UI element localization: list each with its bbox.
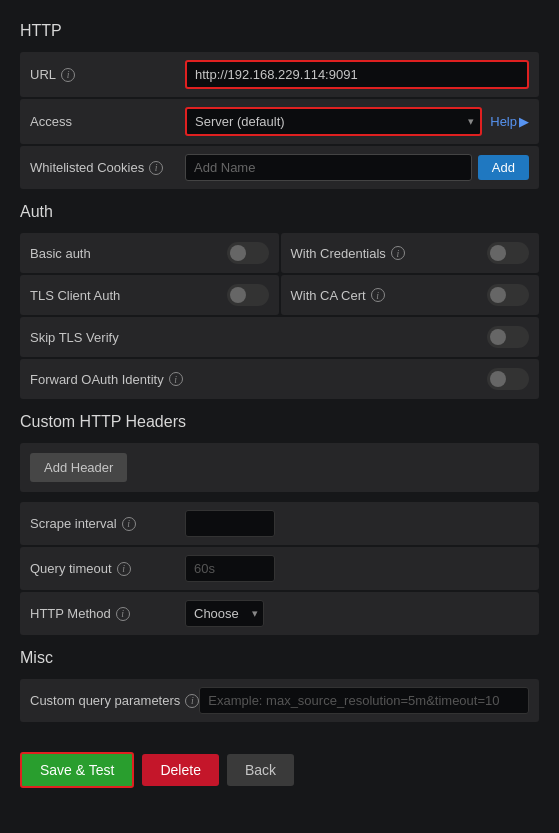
scrape-interval-label: Scrape interval i	[30, 516, 185, 531]
add-cookie-button[interactable]: Add	[478, 155, 529, 180]
tls-client-auth-label: TLS Client Auth	[30, 288, 219, 303]
custom-query-label: Custom query parameters i	[30, 693, 199, 708]
query-timeout-row: Query timeout i	[20, 547, 539, 590]
query-timeout-input[interactable]	[185, 555, 275, 582]
access-controls: Server (default) Browser Direct ▾ Help▶	[185, 107, 529, 136]
section-http: HTTP URL i Access Server (default) Brows…	[20, 22, 539, 189]
with-ca-cert-cell: With CA Cert i	[281, 275, 540, 315]
url-input[interactable]	[185, 60, 529, 89]
query-timeout-label: Query timeout i	[30, 561, 185, 576]
access-select[interactable]: Server (default) Browser Direct	[185, 107, 482, 136]
help-link[interactable]: Help▶	[490, 114, 529, 129]
skip-tls-label: Skip TLS Verify	[30, 330, 479, 345]
http-method-label: HTTP Method i	[30, 606, 185, 621]
whitelisted-cookies-input[interactable]	[185, 154, 472, 181]
http-method-info-icon[interactable]: i	[116, 607, 130, 621]
custom-query-info-icon[interactable]: i	[185, 694, 199, 708]
access-label: Access	[30, 114, 185, 129]
url-row: URL i	[20, 52, 539, 97]
auth-section-title: Auth	[20, 203, 539, 221]
with-ca-cert-label: With CA Cert i	[291, 288, 480, 303]
forward-oauth-info-icon[interactable]: i	[169, 372, 183, 386]
section-misc: Misc Custom query parameters i	[20, 649, 539, 722]
tls-client-auth-cell: TLS Client Auth	[20, 275, 279, 315]
http-method-select-wrapper: Choose GET POST ▾	[185, 600, 264, 627]
url-label: URL i	[30, 67, 185, 82]
auth-grid-row2: TLS Client Auth With CA Cert i	[20, 275, 539, 315]
whitelisted-cookies-label: Whitelisted Cookies i	[30, 160, 185, 175]
scrape-interval-input[interactable]	[185, 510, 275, 537]
section-settings: Scrape interval i Query timeout i HTTP M…	[20, 502, 539, 635]
with-ca-cert-info-icon[interactable]: i	[371, 288, 385, 302]
skip-tls-toggle[interactable]	[487, 326, 529, 348]
scrape-interval-info-icon[interactable]: i	[122, 517, 136, 531]
delete-button[interactable]: Delete	[142, 754, 218, 786]
http-method-row: HTTP Method i Choose GET POST ▾	[20, 592, 539, 635]
basic-auth-toggle[interactable]	[227, 242, 269, 264]
with-credentials-label: With Credentials i	[291, 246, 480, 261]
with-ca-cert-toggle[interactable]	[487, 284, 529, 306]
url-info-icon[interactable]: i	[61, 68, 75, 82]
save-test-button[interactable]: Save & Test	[20, 752, 134, 788]
forward-oauth-row: Forward OAuth Identity i	[20, 359, 539, 399]
auth-grid-row1: Basic auth With Credentials i	[20, 233, 539, 273]
skip-tls-row: Skip TLS Verify	[20, 317, 539, 357]
tls-client-auth-toggle[interactable]	[227, 284, 269, 306]
button-row: Save & Test Delete Back	[20, 752, 539, 788]
http-method-select[interactable]: Choose GET POST	[185, 600, 264, 627]
custom-query-row: Custom query parameters i	[20, 679, 539, 722]
misc-section-title: Misc	[20, 649, 539, 667]
forward-oauth-toggle[interactable]	[487, 368, 529, 390]
back-button[interactable]: Back	[227, 754, 294, 786]
scrape-interval-row: Scrape interval i	[20, 502, 539, 545]
section-custom-headers: Custom HTTP Headers Add Header	[20, 413, 539, 492]
section-auth: Auth Basic auth With Credentials i	[20, 203, 539, 399]
with-credentials-toggle[interactable]	[487, 242, 529, 264]
custom-headers-content: Add Header	[20, 443, 539, 492]
add-header-button[interactable]: Add Header	[30, 453, 127, 482]
access-row: Access Server (default) Browser Direct ▾…	[20, 99, 539, 144]
query-timeout-info-icon[interactable]: i	[117, 562, 131, 576]
cookies-info-icon[interactable]: i	[149, 161, 163, 175]
whitelisted-cookies-row: Whitelisted Cookies i Add	[20, 146, 539, 189]
custom-headers-title: Custom HTTP Headers	[20, 413, 539, 431]
access-select-wrapper: Server (default) Browser Direct ▾	[185, 107, 482, 136]
forward-oauth-label: Forward OAuth Identity i	[30, 372, 479, 387]
with-credentials-info-icon[interactable]: i	[391, 246, 405, 260]
custom-query-input[interactable]	[199, 687, 529, 714]
http-section-title: HTTP	[20, 22, 539, 40]
basic-auth-label: Basic auth	[30, 246, 219, 261]
basic-auth-cell: Basic auth	[20, 233, 279, 273]
with-credentials-cell: With Credentials i	[281, 233, 540, 273]
